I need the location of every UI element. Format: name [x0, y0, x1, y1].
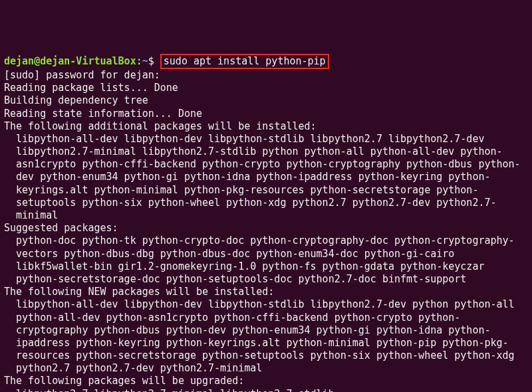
prompt-line: dejan@dejan-VirtualBox:~$ sudo apt insta…	[4, 54, 528, 69]
new-header-line: The following NEW packages will be insta…	[4, 286, 528, 298]
prompt-path: ~	[142, 55, 148, 67]
reading-lists-line: Reading package lists... Done	[4, 82, 528, 94]
prompt-user-host: dejan@dejan-VirtualBox	[4, 55, 136, 67]
sudo-password-line: [sudo] password for dejan:	[4, 69, 528, 82]
command-text: sudo apt install python-pip	[164, 55, 326, 67]
building-tree-line: Building dependency tree	[4, 94, 528, 107]
command-highlight-box: sudo apt install python-pip	[160, 54, 329, 69]
prompt-separator: :	[136, 55, 142, 67]
new-packages-list: libpython-all-dev libpython-dev libpytho…	[4, 298, 528, 375]
additional-packages-list: libpython-all-dev libpython-dev libpytho…	[4, 133, 528, 222]
upgrade-header-line: The following packages will be upgraded:	[4, 375, 528, 387]
upgrade-packages-list: libpython2.7 libpython2.7-minimal libpyt…	[4, 388, 528, 392]
suggested-header-line: Suggested packages:	[4, 222, 528, 235]
prompt-dollar: $	[148, 55, 160, 67]
additional-header-line: The following additional packages will b…	[4, 120, 528, 133]
suggested-packages-list: python-doc python-tk python-crypto-doc p…	[4, 235, 528, 286]
reading-state-line: Reading state information... Done	[4, 108, 528, 120]
terminal-output[interactable]: dejan@dejan-VirtualBox:~$ sudo apt insta…	[4, 54, 528, 392]
